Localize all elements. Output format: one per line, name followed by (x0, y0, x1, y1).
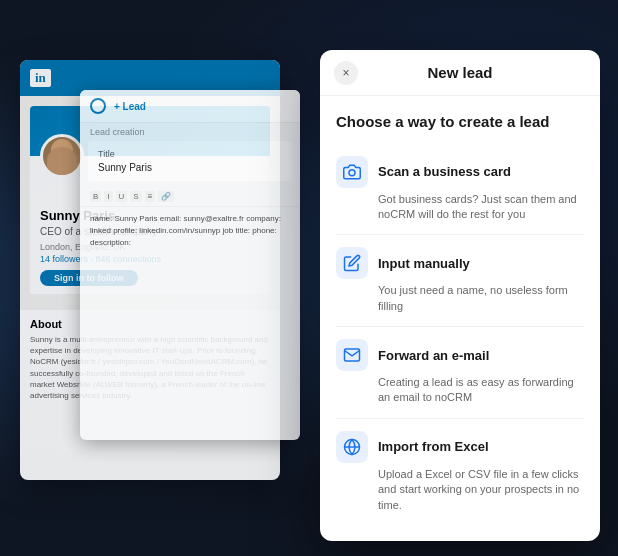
crm-toolbar: B I U S ≡ 🔗 (80, 187, 300, 207)
option-email[interactable]: Forward an e-mail Creating a lead is as … (336, 327, 584, 419)
option-scan-desc: Got business cards? Just scan them and n… (336, 192, 584, 223)
toolbar-bold[interactable]: B (90, 191, 101, 202)
globe-icon (90, 98, 106, 114)
modal-options: Scan a business card Got business cards?… (320, 144, 600, 542)
option-excel-header: Import from Excel (336, 431, 584, 463)
modal-header: × New lead (320, 50, 600, 96)
option-excel-desc: Upload a Excel or CSV file in a few clic… (336, 467, 584, 513)
toolbar-underline[interactable]: U (116, 191, 128, 202)
option-email-title: Forward an e-mail (378, 348, 489, 363)
avatar-body (47, 147, 77, 175)
new-lead-modal: × New lead Choose a way to create a lead… (320, 50, 600, 541)
toolbar-align[interactable]: ≡ (145, 191, 156, 202)
option-scan-title: Scan a business card (378, 164, 511, 179)
option-email-header: Forward an e-mail (336, 339, 584, 371)
camera-icon (336, 156, 368, 188)
crm-title-label: Title (98, 149, 282, 159)
crm-subtitle: Lead creation (80, 123, 300, 141)
toolbar-link[interactable]: 🔗 (158, 191, 174, 202)
pencil-icon (336, 247, 368, 279)
crm-card: + Lead Lead creation Title Sunny Paris B… (80, 90, 300, 440)
option-manual[interactable]: Input manually You just need a name, no … (336, 235, 584, 327)
option-manual-title: Input manually (378, 256, 470, 271)
option-scan[interactable]: Scan a business card Got business cards?… (336, 144, 584, 236)
crm-plus-lead: + Lead (114, 101, 146, 112)
linkedin-logo: in (30, 69, 51, 87)
close-button[interactable]: × (334, 61, 358, 85)
toolbar-strike[interactable]: S (130, 191, 141, 202)
option-excel-title: Import from Excel (378, 439, 489, 454)
option-manual-desc: You just need a name, no useless form fi… (336, 283, 584, 314)
toolbar-italic[interactable]: I (104, 191, 112, 202)
crm-form-area: Title Sunny Paris (88, 141, 292, 181)
crm-header: + Lead (80, 90, 300, 123)
svg-point-0 (349, 169, 355, 175)
modal-title: New lead (427, 64, 492, 81)
email-icon (336, 339, 368, 371)
crm-text-area: name: Sunny Paris email: sunny@exaltre.f… (80, 207, 300, 255)
option-excel[interactable]: Import from Excel Upload a Excel or CSV … (336, 419, 584, 525)
option-scan-header: Scan a business card (336, 156, 584, 188)
avatar (40, 134, 84, 178)
option-email-desc: Creating a lead is as easy as forwarding… (336, 375, 584, 406)
modal-subtitle: Choose a way to create a lead (320, 96, 600, 144)
excel-icon (336, 431, 368, 463)
option-manual-header: Input manually (336, 247, 584, 279)
crm-title-value: Sunny Paris (98, 162, 282, 173)
